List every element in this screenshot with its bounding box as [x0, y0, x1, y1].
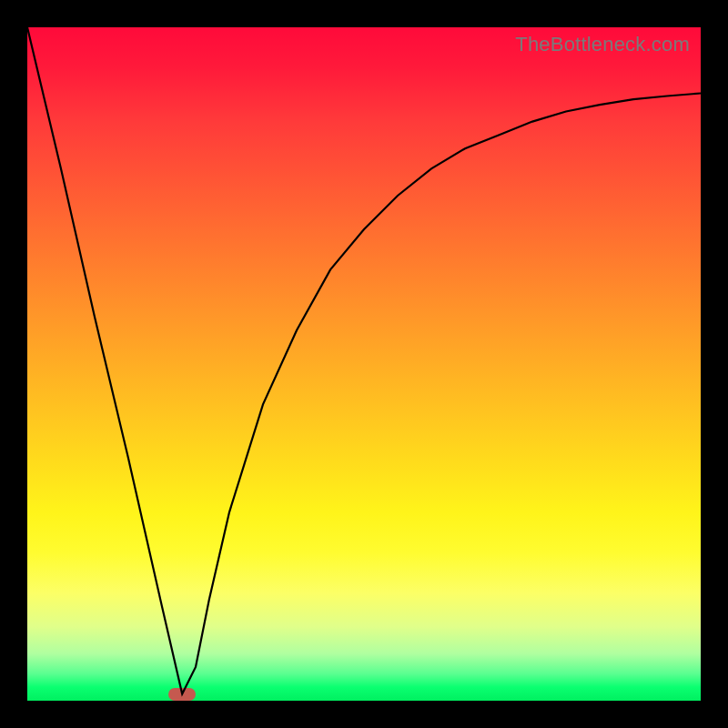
- chart-plot-area: TheBottleneck.com: [27, 27, 701, 701]
- bottleneck-curve: [27, 27, 701, 701]
- watermark-text: TheBottleneck.com: [515, 33, 690, 56]
